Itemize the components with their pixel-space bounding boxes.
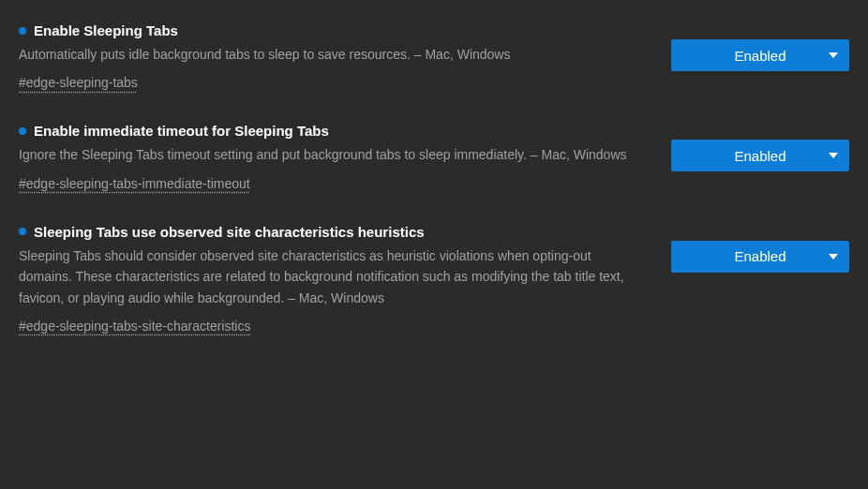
flag-control: Enabled xyxy=(671,123,849,171)
flag-anchor-link[interactable]: #edge-sleeping-tabs-site-characteristics xyxy=(19,319,250,333)
dropdown-selected-label: Enabled xyxy=(734,48,786,64)
flag-title: Enable Sleeping Tabs xyxy=(34,22,178,38)
chevron-down-icon xyxy=(829,51,838,60)
flag-header: Sleeping Tabs use observed site characte… xyxy=(19,224,642,240)
flag-state-dropdown[interactable]: Enabled xyxy=(671,39,849,71)
status-dot-icon xyxy=(19,27,26,35)
flag-anchor-link[interactable]: #edge-sleeping-tabs xyxy=(19,75,138,90)
dropdown-selected-label: Enabled xyxy=(734,148,786,164)
flag-title: Sleeping Tabs use observed site characte… xyxy=(34,224,425,240)
status-dot-icon xyxy=(19,228,26,235)
flag-item: Enable immediate timeout for Sleeping Ta… xyxy=(19,110,849,210)
flag-title: Enable immediate timeout for Sleeping Ta… xyxy=(34,123,329,139)
flag-control: Enabled xyxy=(671,22,849,71)
flag-item: Sleeping Tabs use observed site characte… xyxy=(19,211,849,353)
flag-description: Sleeping Tabs should consider observed s… xyxy=(19,245,642,308)
flag-state-dropdown[interactable]: Enabled xyxy=(671,241,849,273)
flag-state-dropdown[interactable]: Enabled xyxy=(671,140,849,171)
dropdown-selected-label: Enabled xyxy=(734,248,786,264)
flag-content: Enable immediate timeout for Sleeping Ta… xyxy=(19,123,642,191)
flag-control: Enabled xyxy=(671,224,849,273)
flag-anchor-link[interactable]: #edge-sleeping-tabs-immediate-timeout xyxy=(19,176,250,191)
status-dot-icon xyxy=(19,127,26,135)
flag-description: Ignore the Sleeping Tabs timeout setting… xyxy=(19,144,642,165)
flag-description: Automatically puts idle background tabs … xyxy=(19,44,642,65)
flag-item: Enable Sleeping Tabs Automatically puts … xyxy=(19,9,849,110)
flag-content: Sleeping Tabs use observed site characte… xyxy=(19,224,642,334)
chevron-down-icon xyxy=(829,252,838,261)
flag-header: Enable immediate timeout for Sleeping Ta… xyxy=(19,123,642,139)
flag-header: Enable Sleeping Tabs xyxy=(19,22,642,38)
flag-content: Enable Sleeping Tabs Automatically puts … xyxy=(19,22,642,91)
chevron-down-icon xyxy=(829,151,838,160)
